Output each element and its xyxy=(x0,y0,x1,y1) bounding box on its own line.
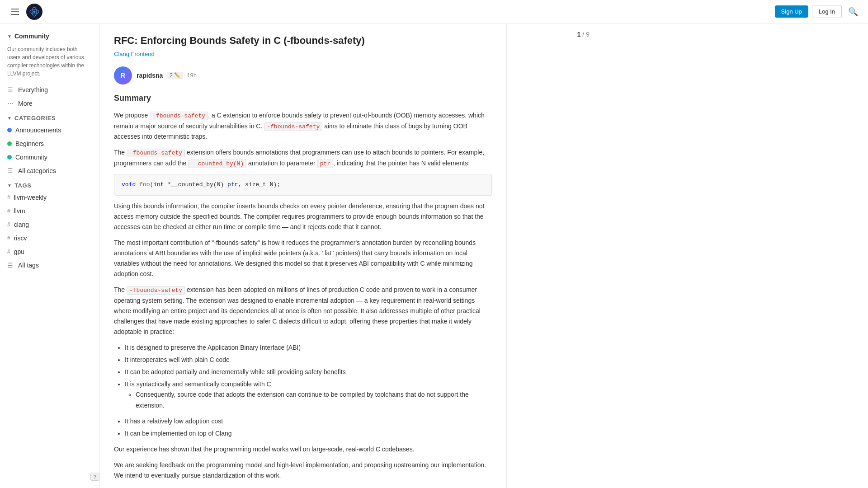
sidebar-item-beginners[interactable]: Beginners xyxy=(0,137,99,150)
body-paragraph-4: The most important contribution of "-fbo… xyxy=(114,238,492,279)
list-item-text: It is syntactically and semantically com… xyxy=(125,380,271,388)
everything-icon: ☰ xyxy=(7,86,14,94)
sidebar-item-riscv[interactable]: # riscv xyxy=(0,231,99,245)
post-body: Summary We propose -fbounds-safety, a C … xyxy=(114,92,492,481)
header: Sign Up Log In 🔍 xyxy=(0,0,868,23)
sidebar-item-label: All tags xyxy=(18,262,39,269)
category-link[interactable]: Clang Frontend xyxy=(114,51,155,57)
sidebar-toggle-button[interactable] xyxy=(7,5,23,19)
sidebar-item-announcements[interactable]: Announcements xyxy=(0,123,99,137)
header-left xyxy=(7,4,42,20)
sidebar-item-all-tags[interactable]: ☰ All tags xyxy=(0,258,99,272)
sidebar-item-llvm[interactable]: # llvm xyxy=(0,204,99,218)
post-header-left: R rapidsna 2 ✏️ 19h xyxy=(114,66,197,84)
sidebar-item-clang[interactable]: # clang xyxy=(0,218,99,231)
site-logo[interactable] xyxy=(26,4,42,20)
svg-point-3 xyxy=(33,10,36,13)
list-item: It is designed to preserve the Applicati… xyxy=(125,343,492,353)
tag-icon: # xyxy=(7,249,10,255)
sidebar-item-label: Beginners xyxy=(15,140,44,147)
author-name[interactable]: rapidsna xyxy=(137,72,163,79)
inline-code-fbounds5: -fbounds-safety xyxy=(127,286,185,295)
bullet-list: It is designed to preserve the Applicati… xyxy=(114,343,492,439)
tag-icon: # xyxy=(7,194,10,201)
summary-heading: Summary xyxy=(114,92,492,105)
body-paragraph-2: The -fbounds-safety extension offers bou… xyxy=(114,147,492,169)
tags-label: Tags xyxy=(14,182,32,189)
code-block: void foo(int *__counted_by(N) ptr, size_… xyxy=(114,174,492,195)
inline-code-fbounds3: -fbounds-safety xyxy=(127,149,185,157)
body-paragraph-1: We propose -fbounds-safety, a C extensio… xyxy=(114,110,492,142)
pagination: 1 / 9 xyxy=(577,31,590,38)
list-item: It interoperates well with plain C code xyxy=(125,355,492,365)
sidebar-item-community[interactable]: Community xyxy=(0,150,99,164)
body-paragraph-5: The -fbounds-safety extension has been a… xyxy=(114,285,492,337)
sidebar-item-label: Community xyxy=(15,154,47,161)
all-tags-icon: ☰ xyxy=(7,262,14,269)
body-paragraph-3: Using this bounds information, the compi… xyxy=(114,201,492,232)
closing-paragraph-1: Our experience has shown that the progra… xyxy=(114,444,492,455)
sidebar-item-label: llvm-weekly xyxy=(14,194,47,201)
post-header: R rapidsna 2 ✏️ 19h xyxy=(114,66,492,84)
beginners-dot xyxy=(7,141,12,146)
sidebar-item-llvm-weekly[interactable]: # llvm-weekly xyxy=(0,191,99,204)
list-item: It can be adopted partially and incremen… xyxy=(125,367,492,377)
sidebar-item-label: Everything xyxy=(18,86,48,94)
login-button[interactable]: Log In xyxy=(812,5,842,18)
right-panel: 1 / 9 xyxy=(506,23,597,488)
post-title: RFC: Enforcing Bounds Safety in C (-fbou… xyxy=(114,34,492,47)
chevron-down-icon: ▼ xyxy=(7,116,12,121)
sidebar-item-gpu[interactable]: # gpu xyxy=(0,245,99,258)
announcements-dot xyxy=(7,128,12,132)
avatar[interactable]: R xyxy=(114,66,132,84)
main-content: RFC: Enforcing Bounds Safety in C (-fbou… xyxy=(99,23,506,488)
search-button[interactable]: 🔍 xyxy=(845,4,861,19)
edit-badge: 2 ✏️ xyxy=(167,72,183,79)
community-section-title: Community xyxy=(14,33,49,40)
post-meta: 2 ✏️ 19h xyxy=(167,72,197,79)
sidebar-item-label: llvm xyxy=(14,207,25,215)
sidebar-item-more[interactable]: ⋯ More xyxy=(0,97,99,110)
avatar-initials: R xyxy=(121,72,125,79)
all-categories-icon: ☰ xyxy=(7,167,14,174)
tag-icon: # xyxy=(7,235,10,241)
chevron-down-icon: ▼ xyxy=(7,183,12,188)
sidebar-item-label: riscv xyxy=(14,235,27,242)
inline-code-ptr: ptr xyxy=(317,160,333,168)
post-timestamp: 19h xyxy=(187,72,197,79)
tags-section-header[interactable]: ▼ Tags xyxy=(0,178,99,191)
sidebar-item-everything[interactable]: ☰ Everything xyxy=(0,83,99,97)
list-item: Consequently, source code that adopts th… xyxy=(136,389,492,410)
code-keyword-void: void xyxy=(122,181,136,188)
inline-code-counted: __counted_by(N) xyxy=(188,160,246,168)
list-item: It has a relatively low adoption cost xyxy=(125,416,492,427)
list-item: It is syntactically and semantically com… xyxy=(125,379,492,410)
code-param-ptr: ptr xyxy=(227,181,238,188)
keyboard-hint: ? xyxy=(90,473,99,481)
categories-section-header[interactable]: ▼ Categories xyxy=(0,110,99,123)
code-function-foo: foo xyxy=(139,181,150,188)
sidebar-item-label: More xyxy=(18,100,33,107)
sub-bullet-list: Consequently, source code that adopts th… xyxy=(125,389,492,410)
tag-icon: # xyxy=(7,221,10,228)
signup-button[interactable]: Sign Up xyxy=(775,5,808,18)
pagination-total: 9 xyxy=(586,31,590,38)
sidebar-item-label: clang xyxy=(14,221,29,228)
sidebar-item-label: gpu xyxy=(14,248,24,255)
sidebar-community-header[interactable]: ▼ Community xyxy=(0,29,99,43)
sidebar-item-all-categories[interactable]: ☰ All categories xyxy=(0,164,99,178)
inline-code-fbounds: -fbounds-safety xyxy=(150,112,208,120)
categories-label: Categories xyxy=(14,115,56,122)
edit-count: 2 xyxy=(170,72,173,79)
chevron-down-icon: ▼ xyxy=(7,34,12,39)
community-description: Our community includes both users and de… xyxy=(0,43,99,83)
inline-code-fbounds2: -fbounds-safety xyxy=(264,122,322,131)
closing-paragraph-2: We are seeking feedback on the programmi… xyxy=(114,460,492,481)
sidebar: ▼ Community Our community includes both … xyxy=(0,23,99,488)
code-keyword-int: int xyxy=(153,181,164,188)
more-icon: ⋯ xyxy=(7,100,14,107)
community-dot xyxy=(7,155,12,160)
sidebar-item-label: All categories xyxy=(18,167,56,174)
pagination-separator: / xyxy=(582,31,584,38)
pagination-current: 1 xyxy=(577,31,581,38)
